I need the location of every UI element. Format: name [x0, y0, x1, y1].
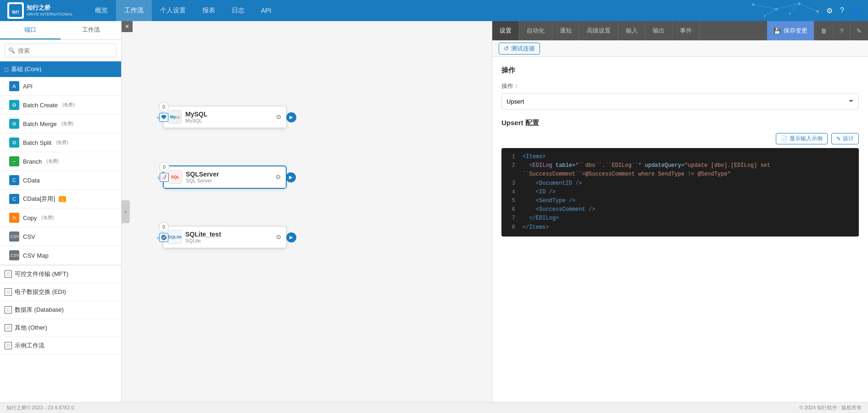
cat-other[interactable]: □ 其他 (Other) [0, 319, 121, 337]
sqlserver-number: 0 [159, 162, 169, 172]
code-editor[interactable]: 1 <Items> 2 <EDILog table="``dbo``.``EDI… [501, 148, 859, 237]
sqlserver-connector-right[interactable]: ▶ [286, 172, 296, 182]
operation-select-wrapper: Upsert [501, 93, 859, 110]
sidebar-item-batch-merge[interactable]: ⚙ Batch Merge (免费) [0, 115, 121, 133]
design-btn[interactable]: ✎ 设计 [831, 133, 859, 144]
tab-automation[interactable]: 自动化 [519, 21, 552, 40]
batch-merge-badge: (免费) [61, 121, 74, 127]
user-icon[interactable]: 👤 [851, 6, 861, 15]
edit-button[interactable]: ✎ [850, 21, 868, 40]
svg-line-12 [790, 4, 799, 14]
sidebar-item-cdata[interactable]: C CData [0, 171, 121, 190]
save-button[interactable]: 💾 保存变更 [767, 21, 814, 40]
nav-personal-settings[interactable]: 个人设置 [152, 0, 194, 21]
sqlserver-connector-left: › [157, 173, 169, 182]
sqlserver-settings-icon[interactable]: ⚙ [275, 173, 281, 181]
batch-create-label: Batch Create [23, 102, 58, 109]
tab-input[interactable]: 输入 [618, 21, 645, 40]
collapse-btn[interactable]: ‹ [122, 200, 130, 223]
tab-port[interactable]: 端口 [0, 21, 61, 39]
batch-create-icon: ⚙ [9, 100, 19, 110]
sidebar-item-cdata-deprecated[interactable]: C CData[弃用] △ [0, 190, 121, 209]
sidebar-item-api[interactable]: A API [0, 77, 121, 96]
code-line-5: 5 <SendType /> [506, 197, 854, 205]
cdata-beta-badge: △ [59, 196, 66, 202]
edi-icon: □ [5, 288, 12, 296]
api-icon: A [9, 81, 19, 91]
help-button[interactable]: ? [833, 21, 850, 40]
sidebar-item-batch-create[interactable]: ⚙ Batch Create (免费) [0, 96, 121, 115]
node-sqlite[interactable]: 0 › SQLite SQLite_test SQLite ⚙ [163, 226, 287, 248]
sidebar-tabs: 端口 工作流 [0, 21, 121, 40]
code-line-4: 4 <ID /> [506, 188, 854, 197]
footer: 知行之桥© 2023 - 23.4.8782.0 © 2024 知行软件 · 版… [0, 402, 868, 413]
panel-tabs-bar: 设置 自动化 通知 高级设置 输入 输出 事件 💾 保存变更 🗑 ? ✎ [492, 21, 868, 40]
code-line-1: 1 <Items> [506, 153, 854, 161]
svg-line-8 [753, 5, 776, 9]
sidebar-item-branch[interactable]: ↔ Branch (免费) [0, 152, 121, 171]
tab-output[interactable]: 输出 [645, 21, 673, 40]
code-actions: 📄 显示输入示例 ✎ 设计 [501, 133, 859, 144]
operation-select[interactable]: Upsert [501, 93, 859, 110]
sqlite-connector-right[interactable]: ▶ [286, 232, 296, 242]
sidebar-item-copy[interactable]: ⎘ Copy (免费) [0, 209, 121, 227]
sqlserver-actions: ⚙ [275, 173, 281, 181]
mysql-connector-right[interactable]: ▶ [286, 112, 296, 122]
other-icon: □ [5, 324, 12, 331]
svg-line-10 [799, 4, 818, 11]
mysql-settings-icon[interactable]: ⚙ [276, 113, 282, 121]
category-core[interactable]: □ 基础 (Core) [0, 61, 121, 77]
tab-workflow[interactable]: 工作流 [61, 21, 121, 39]
db-icon: □ [5, 306, 12, 314]
cat-examples[interactable]: □ 示例工作流 [0, 337, 121, 355]
main-layout: 端口 工作流 🔍 □ 基础 (Core) A API ⚙ Batch Creat… [0, 21, 868, 402]
edi-label: 电子数据交换 (EDI) [15, 288, 66, 296]
test-connection-button[interactable]: ↺ 测试连接 [499, 43, 540, 55]
save-icon: 💾 [773, 28, 781, 34]
right-panel: 设置 自动化 通知 高级设置 输入 输出 事件 💾 保存变更 🗑 ? ✎ [492, 21, 868, 402]
tab-notifications[interactable]: 通知 [552, 21, 579, 40]
mysql-title: MySQL [185, 110, 272, 118]
batch-split-badge: (免费) [56, 139, 68, 146]
logo-text: 知行之桥 ARIVE INTERNATIONAL [27, 4, 73, 17]
app-logo[interactable]: 知行 知行之桥 ARIVE INTERNATIONAL [7, 2, 73, 19]
nav-api[interactable]: API [253, 0, 280, 21]
cat-mft[interactable]: □ 可控文件传输 (MFT) [0, 265, 121, 283]
sqlite-number: 0 [159, 222, 169, 232]
sqlserver-logo: SQL [168, 170, 182, 184]
canvas-close-btn[interactable]: ✕ [122, 21, 133, 32]
batch-merge-label: Batch Merge [23, 121, 57, 127]
other-label: 其他 (Other) [15, 324, 47, 332]
sidebar-item-batch-split[interactable]: ⚙ Batch Split (免费) [0, 133, 121, 152]
nav-overview[interactable]: 概览 [87, 0, 116, 21]
tab-settings[interactable]: 设置 [492, 21, 519, 40]
cat-edi[interactable]: □ 电子数据交换 (EDI) [0, 283, 121, 301]
sqlserver-header: SQL SQLServer SQL Server ⚙ [164, 166, 286, 188]
help-icon[interactable]: ? [840, 6, 844, 15]
csv-icon: .CSV [9, 231, 19, 242]
mysql-header: My SQL MySQL MySQL ⚙ [163, 106, 286, 128]
cat-database[interactable]: □ 数据库 (Database) [0, 301, 121, 319]
nav-logs[interactable]: 日志 [223, 0, 253, 21]
sidebar-item-csv[interactable]: .CSV CSV [0, 227, 121, 246]
tab-advanced[interactable]: 高级设置 [579, 21, 618, 40]
node-sqlserver[interactable]: 0 › SQL SQLServer SQL Server ⚙ [163, 165, 287, 189]
api-label: API [23, 83, 33, 90]
show-example-btn[interactable]: 📄 显示输入示例 [776, 133, 828, 144]
node-mysql[interactable]: 0 › My SQL MySQL MySQL [163, 106, 287, 128]
sqlite-settings-icon[interactable]: ⚙ [276, 233, 282, 241]
nav-reports[interactable]: 报表 [194, 0, 223, 21]
mysql-subtitle: MySQL [185, 118, 272, 123]
mysql-actions: ⚙ [276, 113, 282, 121]
search-box: 🔍 [0, 40, 121, 61]
help-icon: ? [840, 28, 843, 34]
sidebar-item-csv-map[interactable]: .CSV CSV Map [0, 246, 121, 265]
branch-label: Branch [23, 158, 42, 165]
operations-section-title: 操作 [501, 66, 859, 75]
nav-workflow[interactable]: 工作流 [116, 0, 152, 21]
edit-icon: ✎ [857, 28, 862, 34]
search-input[interactable] [5, 44, 117, 57]
tab-events[interactable]: 事件 [673, 21, 700, 40]
delete-icon: 🗑 [821, 28, 827, 34]
delete-button[interactable]: 🗑 [814, 21, 833, 40]
